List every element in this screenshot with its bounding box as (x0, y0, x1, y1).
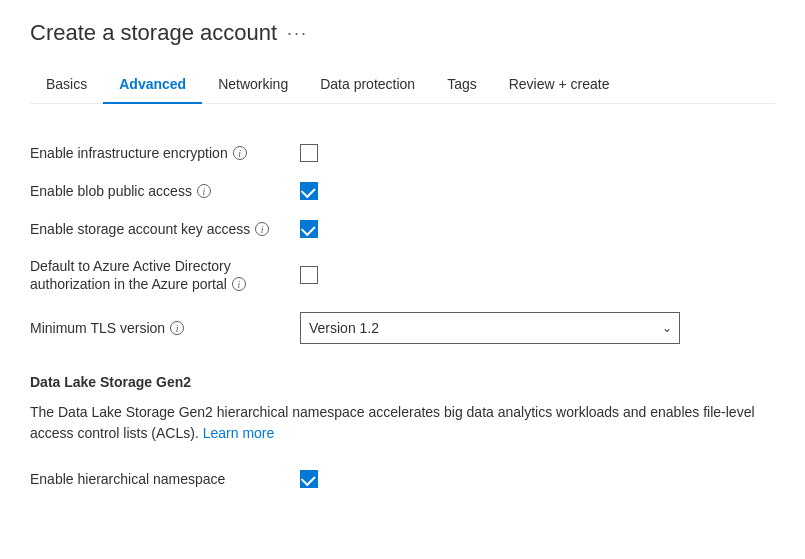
field-label-0: Enable infrastructure encryption (30, 145, 228, 161)
info-icon-2[interactable]: i (255, 222, 269, 236)
learn-more-link[interactable]: Learn more (203, 425, 275, 441)
tls-version-dropdown[interactable]: Version 1.0Version 1.1Version 1.2 (300, 312, 680, 344)
hierarchical-namespace-checkbox[interactable] (300, 470, 318, 488)
checkbox-0[interactable] (300, 144, 318, 162)
form-row-1: Enable blob public accessi (30, 172, 775, 210)
field-label-2: Enable storage account key access (30, 221, 250, 237)
data-lake-heading: Data Lake Storage Gen2 (30, 374, 775, 390)
info-icon-0[interactable]: i (233, 146, 247, 160)
info-icon-1[interactable]: i (197, 184, 211, 198)
tls-dropdown-container: Version 1.0Version 1.1Version 1.2⌄ (300, 312, 680, 344)
form-row-0: Enable infrastructure encryptioni (30, 134, 775, 172)
tab-basics[interactable]: Basics (30, 66, 103, 104)
checkbox-2[interactable] (300, 220, 318, 238)
tab-tags[interactable]: Tags (431, 66, 493, 104)
tls-info-icon[interactable]: i (170, 321, 184, 335)
hierarchical-namespace-label: Enable hierarchical namespace (30, 471, 225, 487)
tls-row: Minimum TLS versioniVersion 1.0Version 1… (30, 302, 775, 354)
form-row-3: Default to Azure Active Directoryauthori… (30, 248, 775, 302)
checkbox-3[interactable] (300, 266, 318, 284)
tab-nav: BasicsAdvancedNetworkingData protectionT… (30, 66, 775, 104)
info-icon-3[interactable]: i (232, 277, 246, 291)
tab-advanced[interactable]: Advanced (103, 66, 202, 104)
data-lake-description: The Data Lake Storage Gen2 hierarchical … (30, 402, 770, 444)
tab-review--create[interactable]: Review + create (493, 66, 626, 104)
page-title: Create a storage account (30, 20, 277, 46)
checkbox-1[interactable] (300, 182, 318, 200)
ellipsis-menu-button[interactable]: ··· (287, 23, 308, 44)
tab-data-protection[interactable]: Data protection (304, 66, 431, 104)
advanced-form: Enable infrastructure encryptioniEnable … (30, 134, 775, 518)
form-row-2: Enable storage account key accessi (30, 210, 775, 248)
tls-label: Minimum TLS version (30, 320, 165, 336)
field-label-3-line1: Default to Azure Active Directory (30, 258, 231, 274)
tab-networking[interactable]: Networking (202, 66, 304, 104)
field-label-1: Enable blob public access (30, 183, 192, 199)
hierarchical-namespace-row: Enable hierarchical namespace (30, 460, 775, 498)
field-label-3-line2: authorization in the Azure portal (30, 276, 227, 292)
